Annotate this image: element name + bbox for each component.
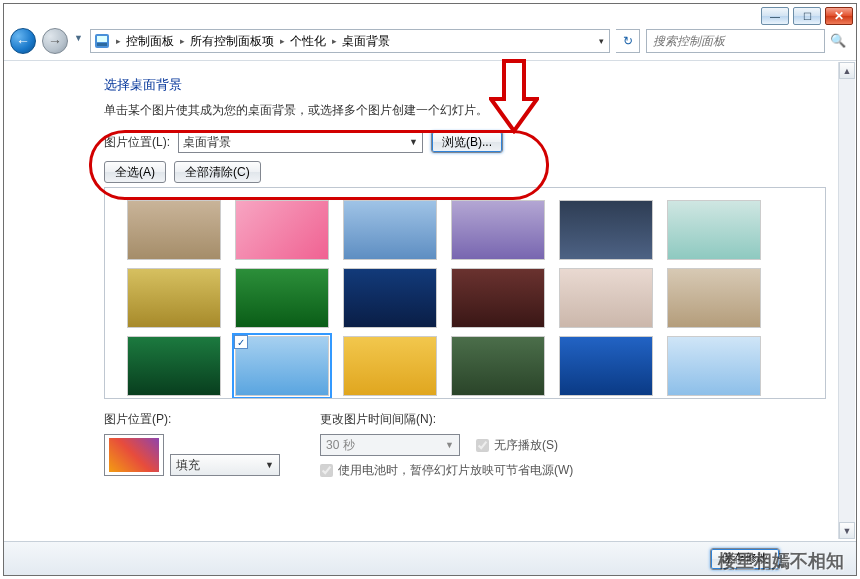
arrow-left-icon: ← <box>16 33 30 49</box>
combo-value: 桌面背景 <box>183 134 231 151</box>
address-dropdown[interactable]: ▾ <box>593 36 609 46</box>
check-icon: ✓ <box>234 335 248 349</box>
content-pane: 选择桌面背景 单击某个图片使其成为您的桌面背景，或选择多个图片创建一个幻灯片。 … <box>4 66 856 539</box>
arrow-right-icon: → <box>48 33 62 49</box>
wallpaper-thumb[interactable] <box>343 336 437 396</box>
clear-all-button[interactable]: 全部清除(C) <box>174 161 261 183</box>
breadcrumb-item[interactable]: 控制面板 <box>123 33 177 50</box>
minimize-button[interactable]: — <box>761 7 789 25</box>
wallpaper-thumb[interactable] <box>559 268 653 328</box>
nav-back-button[interactable]: ← <box>10 28 36 54</box>
chevron-down-icon: ▼ <box>445 440 454 450</box>
vertical-scrollbar[interactable]: ▲ ▼ <box>838 62 855 539</box>
wallpaper-thumb[interactable] <box>343 268 437 328</box>
wallpaper-thumb[interactable] <box>667 200 761 260</box>
wallpaper-thumb[interactable] <box>559 336 653 396</box>
scroll-up-button[interactable]: ▲ <box>839 62 855 79</box>
search-input[interactable] <box>646 29 825 53</box>
search-icon: 🔍 <box>830 33 846 48</box>
page-subtitle: 单击某个图片使其成为您的桌面背景，或选择多个图片创建一个幻灯片。 <box>104 102 826 119</box>
chevron-down-icon: ▼ <box>265 460 274 470</box>
control-panel-icon <box>91 30 113 52</box>
wallpaper-thumb[interactable] <box>127 336 221 396</box>
chevron-down-icon: ▼ <box>409 137 418 147</box>
wallpaper-thumb[interactable] <box>559 200 653 260</box>
breadcrumb-item[interactable]: 桌面背景 <box>339 33 393 50</box>
wallpaper-thumb[interactable] <box>451 336 545 396</box>
wallpaper-thumb[interactable] <box>127 200 221 260</box>
wallpaper-thumb[interactable] <box>667 268 761 328</box>
battery-pause-checkbox[interactable] <box>320 464 333 477</box>
shuffle-checkbox[interactable] <box>476 439 489 452</box>
breadcrumb-item[interactable]: 个性化 <box>287 33 329 50</box>
maximize-button[interactable]: ☐ <box>793 7 821 25</box>
wallpaper-thumb[interactable]: ✓ <box>235 336 329 396</box>
svg-rect-2 <box>97 43 107 46</box>
address-bar[interactable]: ▸ 控制面板 ▸ 所有控制面板项 ▸ 个性化 ▸ 桌面背景 ▾ <box>90 29 610 53</box>
wallpaper-thumb[interactable] <box>451 268 545 328</box>
picture-location-combo[interactable]: 桌面背景 ▼ <box>178 131 423 153</box>
annotation-arrow <box>489 59 539 134</box>
change-interval-label: 更改图片时间间隔(N): <box>320 411 573 428</box>
nav-history-dropdown[interactable]: ▼ <box>74 33 84 49</box>
picture-position-label: 图片位置(P): <box>104 411 280 428</box>
wallpaper-thumb[interactable] <box>667 336 761 396</box>
interval-combo[interactable]: 30 秒 ▼ <box>320 434 460 456</box>
wallpaper-thumb[interactable] <box>127 268 221 328</box>
picture-position-combo[interactable]: 填充 ▼ <box>170 454 280 476</box>
select-all-button[interactable]: 全选(A) <box>104 161 166 183</box>
picture-location-label: 图片位置(L): <box>104 134 170 151</box>
refresh-icon: ↻ <box>623 34 633 48</box>
nav-forward-button[interactable]: → <box>42 28 68 54</box>
refresh-button[interactable]: ↻ <box>616 29 640 53</box>
browse-button[interactable]: 浏览(B)... <box>431 131 503 153</box>
close-button[interactable]: ✕ <box>825 7 853 25</box>
shuffle-label: 无序播放(S) <box>494 437 558 454</box>
wallpaper-thumb[interactable] <box>343 200 437 260</box>
scroll-down-button[interactable]: ▼ <box>839 522 855 539</box>
svg-rect-1 <box>97 36 107 42</box>
wallpaper-thumb[interactable] <box>451 200 545 260</box>
breadcrumb-item[interactable]: 所有控制面板项 <box>187 33 277 50</box>
wallpaper-thumb[interactable] <box>235 200 329 260</box>
battery-pause-label: 使用电池时，暂停幻灯片放映可节省电源(W) <box>338 462 573 479</box>
wallpaper-thumb[interactable] <box>235 268 329 328</box>
wallpaper-thumbnails[interactable]: ✓ <box>104 187 826 399</box>
save-changes-button[interactable]: 保存修改 <box>710 548 780 570</box>
position-preview <box>104 434 164 476</box>
page-title: 选择桌面背景 <box>104 76 826 94</box>
